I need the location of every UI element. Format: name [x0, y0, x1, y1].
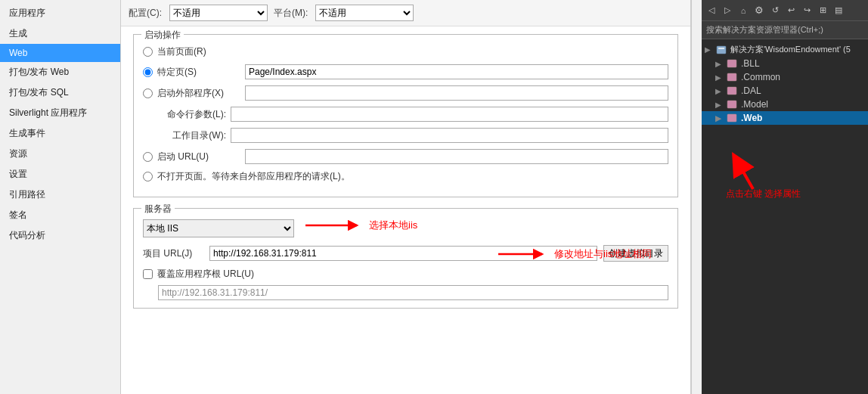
override-url-row [158, 285, 668, 300]
server-section: 服务器 本地 IIS [133, 208, 678, 309]
sidebar-item-reference-paths[interactable]: 引用路径 [0, 185, 120, 205]
sidebar-item-build[interactable]: 生成 [0, 23, 120, 44]
tree-item-dal[interactable]: ▶ .DAL [702, 84, 868, 98]
tree-arrow-solution: ▶ [705, 45, 712, 54]
no-page-row: 不打开页面。等待来自外部应用程序的请求(L)。 [143, 170, 668, 183]
svg-rect-3 [718, 48, 724, 49]
sidebar-item-signing[interactable]: 签名 [0, 205, 120, 225]
bll-label: .BLL [741, 58, 863, 69]
tree-item-model[interactable]: ▶ .Model [702, 98, 868, 111]
web-label: .Web [741, 113, 863, 123]
no-page-radio[interactable] [143, 172, 153, 181]
solution-tree: ▶ 解决方案'WisdomEndowment' (5 ▶ .BLL ▶ .Com… [702, 39, 868, 394]
tree-arrow-web: ▶ [715, 114, 723, 123]
startup-specific-page-row: 特定页(S) [143, 64, 668, 79]
tree-item-common[interactable]: ▶ .Common [702, 70, 868, 84]
refresh-icon[interactable]: ↺ [768, 4, 782, 17]
web-icon [726, 113, 738, 123]
specific-page-label: 特定页(S) [157, 66, 240, 79]
override-url-input[interactable] [158, 285, 668, 300]
server-wrapper: 服务器 本地 IIS [133, 208, 678, 309]
startup-external-row: 启动外部程序(X) [143, 85, 668, 101]
settings-icon[interactable]: ⚙ [752, 4, 766, 17]
sidebar-item-app[interactable]: 应用程序 [0, 3, 120, 23]
svg-rect-5 [727, 73, 736, 81]
url-row: 项目 URL(J) 创建虚拟目录 [143, 245, 668, 262]
tree-item-bll[interactable]: ▶ .BLL [702, 57, 868, 70]
svg-rect-2 [717, 46, 726, 54]
external-program-radio[interactable] [143, 88, 153, 98]
model-label: .Model [741, 99, 863, 110]
create-virtual-dir-button[interactable]: 创建虚拟目录 [603, 245, 668, 262]
main-content: 配置(C): 不适用 平台(M): 不适用 启动操作 当前页面(R) 特定页(S… [121, 0, 691, 394]
config-label: 配置(C): [129, 7, 162, 20]
dal-label: .DAL [741, 85, 863, 96]
forward-icon[interactable]: ▷ [721, 4, 734, 17]
config-select[interactable]: 不适用 [169, 5, 268, 21]
external-program-input[interactable] [245, 85, 668, 101]
no-page-label: 不打开页面。等待来自外部应用程序的请求(L)。 [157, 170, 350, 183]
home-icon[interactable]: ⌂ [736, 4, 750, 17]
tree-item-solution[interactable]: ▶ 解决方案'WisdomEndowment' (5 [702, 42, 868, 57]
external-program-label: 启动外部程序(X) [157, 87, 240, 100]
cmdline-label: 命令行参数(L): [143, 108, 226, 121]
solution-icon [715, 45, 727, 55]
tree-item-web[interactable]: ▶ .Web [702, 111, 868, 125]
platform-label: 平台(M): [274, 7, 308, 20]
override-checkbox-row: 覆盖应用程序根 URL(U) [143, 268, 668, 281]
list-icon[interactable]: ▤ [832, 4, 845, 17]
sidebar-item-resources[interactable]: 资源 [0, 144, 120, 164]
back-icon[interactable]: ◁ [705, 4, 718, 17]
url-wrapper: 项目 URL(J) 创建虚拟目录 [143, 245, 668, 262]
sidebar-item-silverlight[interactable]: Silverlight 应用程序 [0, 103, 120, 123]
server-select-wrapper: 本地 IIS [143, 219, 668, 237]
right-click-arrow-icon [723, 147, 768, 193]
right-panel: ◁ ▷ ⌂ ⚙ ↺ ↩ ↪ ⊞ ▤ 搜索解决方案资源管理器(Ctrl+;) ▶ … [702, 0, 868, 394]
server-select-row: 本地 IIS [143, 219, 668, 237]
redo-icon[interactable]: ↪ [800, 4, 814, 17]
common-label: .Common [741, 72, 863, 82]
server-title: 服务器 [141, 203, 175, 216]
sidebar: 应用程序 生成 Web 打包/发布 Web 打包/发布 SQL Silverli… [0, 0, 121, 394]
sidebar-item-publish-sql[interactable]: 打包/发布 SQL [0, 82, 120, 103]
start-url-input[interactable] [245, 149, 668, 164]
sidebar-item-settings[interactable]: 设置 [0, 164, 120, 185]
sidebar-item-build-events[interactable]: 生成事件 [0, 123, 120, 144]
specific-page-input[interactable] [245, 64, 668, 79]
right-click-arrow-wrapper: 点击右键 选择属性 [708, 147, 862, 200]
solution-label: 解决方案'WisdomEndowment' (5 [730, 44, 863, 55]
undo-icon[interactable]: ↩ [784, 4, 798, 17]
override-checkbox[interactable] [143, 269, 153, 279]
start-url-radio[interactable] [143, 152, 153, 162]
current-page-label: 当前页面(R) [157, 45, 240, 58]
workdir-input[interactable] [231, 128, 668, 143]
sidebar-item-code-analysis[interactable]: 代码分析 [0, 225, 120, 246]
workdir-label: 工作目录(W): [143, 129, 226, 142]
cmdline-input[interactable] [231, 107, 668, 122]
search-bar[interactable]: 搜索解决方案资源管理器(Ctrl+;) [702, 21, 868, 39]
tree-arrow-model: ▶ [715, 101, 723, 109]
tree-arrow-dal: ▶ [715, 87, 723, 95]
sidebar-item-web[interactable]: Web [0, 44, 120, 62]
top-bar: 配置(C): 不适用 平台(M): 不适用 [121, 0, 690, 26]
svg-rect-7 [727, 101, 736, 108]
svg-rect-6 [727, 87, 736, 95]
tree-arrow-bll: ▶ [715, 60, 723, 68]
platform-select[interactable]: 不适用 [315, 5, 414, 21]
svg-rect-8 [727, 114, 736, 122]
svg-rect-4 [727, 60, 736, 67]
override-label: 覆盖应用程序根 URL(U) [157, 268, 254, 281]
grid-icon[interactable]: ⊞ [816, 4, 829, 17]
url-input[interactable] [209, 246, 597, 261]
server-select[interactable]: 本地 IIS [143, 219, 294, 237]
startup-content: 当前页面(R) 特定页(S) 启动外部程序(X) 命令行参数(L): [134, 35, 677, 197]
tree-arrow-common: ▶ [715, 73, 723, 82]
scrollbar[interactable] [691, 0, 702, 394]
workdir-row: 工作目录(W): [143, 128, 668, 143]
current-page-radio[interactable] [143, 47, 153, 57]
cmdline-row: 命令行参数(L): [143, 107, 668, 122]
specific-page-radio[interactable] [143, 67, 153, 77]
start-url-label: 启动 URL(U) [157, 150, 240, 163]
startup-current-page-row: 当前页面(R) [143, 45, 668, 58]
sidebar-item-publish-web[interactable]: 打包/发布 Web [0, 62, 120, 82]
